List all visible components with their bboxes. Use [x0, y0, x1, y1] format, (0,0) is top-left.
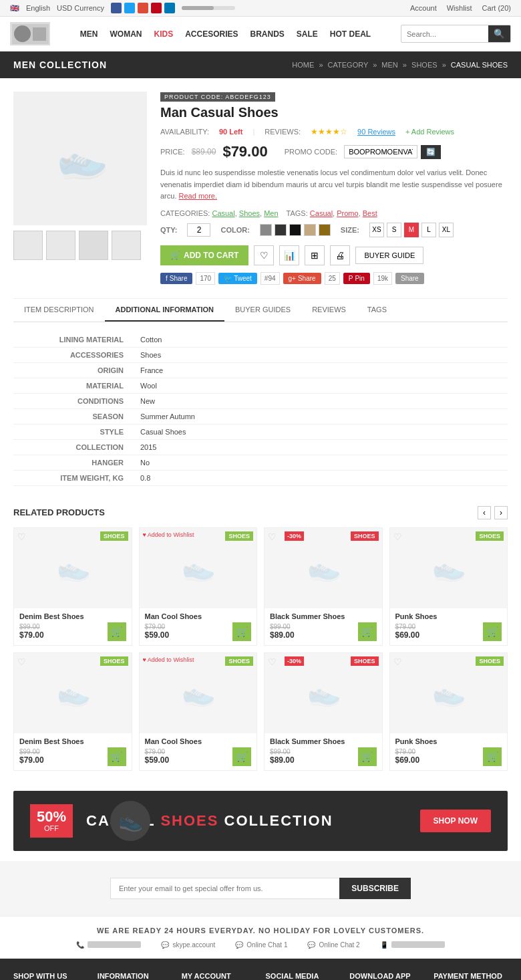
tab-item-tags[interactable]: TAGS [357, 299, 397, 322]
pinterest-topbar-icon[interactable] [151, 3, 162, 13]
promo-code-input[interactable] [344, 145, 417, 158]
facebook-topbar-icon[interactable] [111, 3, 122, 13]
contact-skype[interactable]: 💬 skype.account [161, 941, 215, 949]
breadcrumb-men[interactable]: MEN [381, 61, 397, 69]
tag-promo[interactable]: Promo [337, 209, 358, 217]
wishlist-button[interactable]: ♡ [254, 245, 274, 265]
skype-text: skype.account [172, 941, 215, 949]
breadcrumb-home[interactable]: HOME [292, 61, 314, 69]
buyer-guide-button[interactable]: BUYER GUIDE [355, 247, 423, 264]
subscribe-button[interactable]: SUBSCRIBE [339, 878, 411, 899]
nav-brands[interactable]: BRANDS [250, 29, 285, 39]
card-add-to-cart-button[interactable]: 🛒 [232, 622, 251, 641]
add-review-link[interactable]: + Add Reviews [405, 128, 454, 136]
shop-now-button[interactable]: SHOP NOW [420, 810, 491, 832]
search-button[interactable]: 🔍 [488, 25, 510, 42]
footer-col-title: DOWNLOAD APP [349, 972, 423, 980]
share-pinterest-button[interactable]: P Pin [343, 273, 370, 284]
thumb-2[interactable] [46, 231, 75, 260]
card-add-to-cart-button[interactable]: 🛒 [483, 622, 502, 641]
card-info: Denim Best Shoes $99.00 $79.00 🛒 [14, 733, 132, 770]
size-l[interactable]: L [421, 223, 436, 237]
contact-chat2[interactable]: 💬 Online Chat 2 [307, 941, 359, 949]
nav-kids[interactable]: KIDS [154, 29, 173, 39]
card-add-to-cart-button[interactable]: 🛒 [232, 747, 251, 766]
linkedin-topbar-icon[interactable] [164, 3, 175, 13]
swatch-gray[interactable] [260, 224, 272, 236]
card-add-to-cart-button[interactable]: 🛒 [108, 622, 126, 641]
size-m[interactable]: M [404, 223, 419, 237]
reviews-count[interactable]: 90 Reviews [357, 128, 395, 136]
contact-chat1[interactable]: 💬 Online Chat 1 [235, 941, 287, 949]
add-to-cart-button[interactable]: 🛒 ADD TO CART [160, 245, 248, 265]
wishlist-icon[interactable]: ♡ [17, 656, 26, 667]
card-prices: $79.00 $69.00 [395, 748, 420, 765]
info-value: Wool [134, 378, 508, 393]
tab-item-additional[interactable]: ADDITIONAL INFORMATION [105, 299, 224, 322]
prev-arrow[interactable]: ‹ [478, 506, 491, 519]
cart-link[interactable]: Cart (20) [482, 4, 511, 12]
card-add-to-cart-button[interactable]: 🛒 [108, 747, 126, 766]
nav-hotdeal[interactable]: HOT DEAL [330, 29, 371, 39]
breadcrumb-category[interactable]: CATEGORY [328, 61, 369, 69]
wishlist-icon[interactable]: ♡ [393, 656, 402, 667]
wishlist-icon[interactable]: ♡ [268, 656, 277, 667]
breadcrumb-shoes[interactable]: SHOES [411, 61, 438, 69]
currency-selector[interactable]: USD Currency [57, 4, 104, 12]
nav-sale[interactable]: SALE [297, 29, 318, 39]
tag-best[interactable]: Best [363, 209, 377, 217]
newsletter-email-input[interactable] [110, 878, 339, 899]
thumb-1[interactable] [13, 231, 43, 260]
wishlist-icon[interactable]: ♡ [17, 531, 26, 542]
size-xl[interactable]: XL [439, 223, 454, 237]
wishlist-icon[interactable]: ♡ [393, 531, 402, 542]
added-to-wishlist[interactable]: ♥ Added to Wishlist [143, 531, 194, 538]
nav-accesories[interactable]: ACCESORIES [185, 29, 238, 39]
googleplus-topbar-icon[interactable] [138, 3, 148, 13]
share-facebook-button[interactable]: f Share [160, 273, 192, 284]
quantity-stepper[interactable] [187, 223, 210, 237]
swatch-brown[interactable] [319, 224, 331, 236]
category-casual[interactable]: Casual [212, 209, 234, 217]
tab-item-reviews[interactable]: REVIEWS [301, 299, 357, 322]
swatch-black[interactable] [289, 224, 301, 236]
nav-men[interactable]: MEN [80, 29, 98, 39]
share-googleplus-button[interactable]: g+ Share [283, 273, 321, 284]
tag-casual[interactable]: Casual [310, 209, 333, 217]
next-arrow[interactable]: › [494, 506, 508, 519]
swatch-dark[interactable] [275, 224, 287, 236]
compare-button[interactable]: 📊 [279, 245, 299, 265]
share-other-button[interactable]: Share [395, 273, 424, 284]
promo-apply-button[interactable]: 🔄 [421, 145, 441, 159]
promo-red-text: SHOES [160, 812, 218, 829]
share-twitter-button[interactable]: 🐦 Tweet [218, 273, 257, 284]
card-add-to-cart-button[interactable]: 🛒 [358, 747, 377, 766]
twitter-topbar-icon[interactable] [124, 3, 135, 13]
read-more-link[interactable]: Read more. [179, 192, 217, 200]
category-shoes[interactable]: Shoes [239, 209, 260, 217]
print-button[interactable]: 🖨 [330, 245, 350, 265]
qty-input[interactable] [187, 223, 210, 237]
card-add-to-cart-button[interactable]: 🛒 [358, 622, 377, 641]
search-input[interactable] [401, 27, 488, 41]
size-xs[interactable]: XS [369, 223, 384, 237]
tab-item-description[interactable]: ITEM DESCRIPTION [13, 299, 105, 322]
size-s[interactable]: S [387, 223, 401, 237]
logo[interactable] [10, 22, 50, 45]
fb-share-count: 170 [196, 272, 215, 285]
tab-item-buyer-guides[interactable]: BUYER GUIDES [224, 299, 301, 322]
product-images: 👟 [13, 92, 147, 285]
wishlist-link[interactable]: Wishlist [447, 4, 472, 12]
thumb-4[interactable] [112, 231, 141, 260]
wishlist-icon[interactable]: ♡ [268, 531, 277, 542]
category-men[interactable]: Men [264, 209, 278, 217]
swatch-tan[interactable] [304, 224, 316, 236]
account-link[interactable]: Account [410, 4, 437, 12]
view-button[interactable]: ⊞ [305, 245, 325, 265]
added-to-wishlist[interactable]: ♥ Added to Wishlist [143, 656, 194, 663]
discount-badge: -30% [285, 531, 304, 541]
language-selector[interactable]: English [26, 4, 50, 12]
nav-woman[interactable]: WOMAN [110, 29, 142, 39]
thumb-3[interactable] [79, 231, 108, 260]
card-add-to-cart-button[interactable]: 🛒 [483, 747, 502, 766]
